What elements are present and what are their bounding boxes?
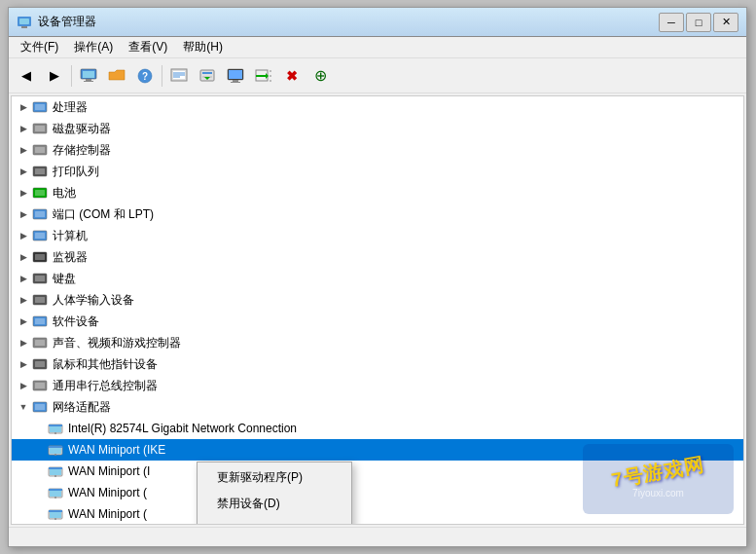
tree-item-label: 电池 <box>53 185 76 202</box>
svg-rect-5 <box>86 79 91 81</box>
tree-item[interactable]: ▶ 软件设备 <box>12 311 743 332</box>
tree-item[interactable]: ▶ 键盘 <box>12 268 743 289</box>
help-button[interactable]: ? <box>131 62 159 90</box>
svg-rect-33 <box>35 147 45 153</box>
menu-help[interactable]: 帮助(H) <box>175 37 231 57</box>
tree-toggle[interactable]: ▶ <box>16 271 31 286</box>
tree-item-icon <box>47 420 64 437</box>
tree-item-icon <box>31 205 49 223</box>
svg-point-65 <box>54 454 56 456</box>
monitor-button[interactable] <box>222 62 249 90</box>
svg-rect-15 <box>202 72 212 74</box>
svg-rect-31 <box>35 126 45 131</box>
menu-bar: 文件(F) 操作(A) 查看(V) 帮助(H) <box>9 37 746 58</box>
toolbar: ◀ ▶ ? <box>9 58 746 93</box>
menu-view[interactable]: 查看(V) <box>121 37 175 57</box>
tree-item[interactable]: ▶ 鼠标和其他指针设备 <box>12 353 743 375</box>
minimize-button[interactable]: ─ <box>659 13 684 32</box>
svg-rect-21 <box>231 82 240 83</box>
driver-update-button[interactable] <box>194 62 221 90</box>
tree-toggle[interactable]: ▶ <box>16 142 31 158</box>
tree-item[interactable]: ▶ 通用串行总线控制器 <box>12 375 743 396</box>
tree-item[interactable]: ▶ 人体学输入设备 <box>12 289 743 311</box>
svg-rect-75 <box>50 511 61 518</box>
maximize-button[interactable]: □ <box>686 13 711 32</box>
close-button[interactable]: ✕ <box>713 13 738 32</box>
device-tree[interactable]: ▶ 处理器▶ 磁盘驱动器▶ 存储控制器▶ 打印队列▶ 电池▶ 端口 (COM 和… <box>11 95 744 525</box>
svg-rect-60 <box>49 425 62 426</box>
svg-rect-37 <box>35 190 45 196</box>
svg-rect-43 <box>35 254 45 260</box>
svg-rect-67 <box>50 468 61 475</box>
computer-button[interactable] <box>75 62 102 90</box>
tree-item[interactable]: ▶ 电池 <box>12 182 743 203</box>
svg-rect-59 <box>50 425 61 432</box>
folder-button[interactable] <box>103 62 130 90</box>
tree-toggle[interactable]: ▶ <box>16 121 31 136</box>
title-bar: 设备管理器 ─ □ ✕ <box>9 8 746 37</box>
tree-toggle[interactable]: ▼ <box>16 399 31 415</box>
svg-rect-35 <box>35 168 45 174</box>
menu-file[interactable]: 文件(F) <box>13 37 66 57</box>
tree-item-label: 通用串行总线控制器 <box>53 378 158 394</box>
tree-item[interactable]: ▶ 监视器 <box>12 246 743 268</box>
tree-toggle[interactable]: ▶ <box>16 356 31 372</box>
menu-action[interactable]: 操作(A) <box>66 37 121 57</box>
tree-item-icon <box>31 163 49 180</box>
window-icon <box>17 15 32 30</box>
tree-toggle[interactable]: ▶ <box>16 99 31 115</box>
tree-toggle[interactable]: ▶ <box>16 185 31 201</box>
tree-item[interactable]: ▶ 打印队列 <box>12 161 743 182</box>
tree-item-label: 处理器 <box>53 99 88 116</box>
tree-item[interactable]: Intel(R) 82574L Gigabit Network Connecti… <box>12 418 743 439</box>
tree-toggle[interactable]: ▶ <box>16 228 31 243</box>
tree-toggle[interactable] <box>31 442 47 458</box>
tree-item-label: 软件设备 <box>53 314 99 330</box>
tree-toggle[interactable] <box>31 463 47 479</box>
ctx-disable-device[interactable]: 禁用设备(D) <box>198 491 351 517</box>
tree-item-label: 存储控制器 <box>53 142 111 159</box>
svg-rect-19 <box>229 70 242 79</box>
ctx-update-driver[interactable]: 更新驱动程序(P) <box>198 464 351 491</box>
back-button[interactable]: ◀ <box>13 62 40 90</box>
tree-item[interactable]: ▶ 声音、视频和游戏控制器 <box>12 332 743 353</box>
tree-toggle[interactable] <box>31 485 47 500</box>
tree-item[interactable]: ▶ 端口 (COM 和 LPT) <box>12 203 743 225</box>
delete-button[interactable]: ✖ <box>278 62 306 90</box>
tree-item-icon <box>31 141 49 159</box>
scan-button[interactable] <box>250 62 277 90</box>
tree-item-label: 声音、视频和游戏控制器 <box>53 335 181 351</box>
toolbar-separator-2 <box>162 65 162 87</box>
tree-toggle[interactable] <box>31 421 47 436</box>
tree-item-icon <box>31 355 49 373</box>
svg-rect-45 <box>35 276 45 281</box>
tree-item-label: 鼠标和其他指针设备 <box>53 356 158 373</box>
tree-item-label: 人体学输入设备 <box>53 292 134 309</box>
refresh-button[interactable]: ⊕ <box>306 62 334 90</box>
tree-toggle[interactable]: ▶ <box>16 206 31 222</box>
tree-toggle[interactable]: ▶ <box>16 314 31 329</box>
tree-toggle[interactable] <box>31 506 47 522</box>
ctx-uninstall-device[interactable]: 卸载设备(U) <box>198 517 351 525</box>
tree-item-icon <box>31 184 49 202</box>
tree-toggle[interactable]: ▶ <box>16 335 31 351</box>
tree-toggle[interactable]: ▶ <box>16 249 31 265</box>
tree-toggle[interactable]: ▶ <box>16 164 31 179</box>
tree-item[interactable]: ▶ 计算机 <box>12 225 743 246</box>
svg-rect-6 <box>84 81 93 82</box>
tree-item[interactable]: ▼ 网络适配器 <box>12 396 743 418</box>
tree-item-label: 端口 (COM 和 LPT) <box>53 206 154 223</box>
tree-item[interactable]: ▶ 处理器 <box>12 96 743 118</box>
tree-item[interactable]: ▶ 存储控制器 <box>12 139 743 161</box>
tree-item-icon <box>31 98 49 116</box>
tree-item[interactable]: ▶ 磁盘驱动器 <box>12 118 743 139</box>
svg-rect-2 <box>21 26 27 28</box>
tree-toggle[interactable]: ▶ <box>16 292 31 308</box>
tree-item-icon <box>31 291 49 309</box>
svg-rect-55 <box>35 383 45 388</box>
tree-item-label: WAN Miniport (IKE <box>68 443 165 457</box>
properties-button[interactable] <box>165 62 193 90</box>
tree-toggle[interactable]: ▶ <box>16 378 31 393</box>
forward-button[interactable]: ▶ <box>41 62 68 90</box>
svg-rect-47 <box>35 297 45 303</box>
